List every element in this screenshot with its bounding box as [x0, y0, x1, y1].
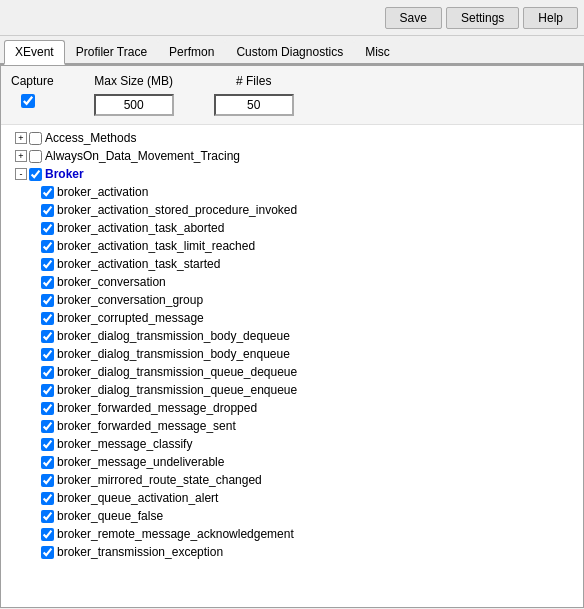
tree-checkbox-broker_queue_false[interactable]	[41, 510, 54, 523]
save-button[interactable]: Save	[385, 7, 442, 29]
maxsize-label: Max Size (MB)	[94, 74, 173, 88]
tree-checkbox-broker_message_classify[interactable]	[41, 438, 54, 451]
tree-checkbox-broker_remote_message_acknowledgement[interactable]	[41, 528, 54, 541]
tree-checkbox-broker_activation_task_started[interactable]	[41, 258, 54, 271]
tree-checkbox-broker_message_undeliverable[interactable]	[41, 456, 54, 469]
files-input[interactable]	[214, 94, 294, 116]
tree-label-broker_dialog_transmission_queue_dequeue: broker_dialog_transmission_queue_dequeue	[57, 364, 297, 380]
tree-row: broker_conversation_group	[1, 291, 583, 309]
expand-icon[interactable]: +	[15, 150, 27, 162]
tree-row: broker_dialog_transmission_queue_dequeue	[1, 363, 583, 381]
tree-checkbox-broker_queue_activation_alert[interactable]	[41, 492, 54, 505]
maxsize-input[interactable]	[94, 94, 174, 116]
toolbar: Save Settings Help	[0, 0, 584, 36]
tree-label-broker_dialog_transmission_body_dequeue: broker_dialog_transmission_body_dequeue	[57, 328, 290, 344]
expand-icon[interactable]: +	[15, 132, 27, 144]
tree-label-broker_corrupted_message: broker_corrupted_message	[57, 310, 204, 326]
tree-label-alwayson: AlwaysOn_Data_Movement_Tracing	[45, 148, 240, 164]
tree-label-broker_forwarded_message_sent: broker_forwarded_message_sent	[57, 418, 236, 434]
tree-row: +AlwaysOn_Data_Movement_Tracing	[1, 147, 583, 165]
tree-label-broker_mirrored_route_state_changed: broker_mirrored_route_state_changed	[57, 472, 262, 488]
tree-label-broker_activation: broker_activation	[57, 184, 148, 200]
tree-row: broker_activation_task_limit_reached	[1, 237, 583, 255]
tree-row: broker_conversation	[1, 273, 583, 291]
tree-label-broker_transmission_exception: broker_transmission_exception	[57, 544, 223, 560]
tree-checkbox-broker_transmission_exception[interactable]	[41, 546, 54, 559]
help-button[interactable]: Help	[523, 7, 578, 29]
tree-label-broker_activation_stored_procedure_invoked: broker_activation_stored_procedure_invok…	[57, 202, 297, 218]
files-label: # Files	[236, 74, 271, 88]
tab-profiler-trace[interactable]: Profiler Trace	[65, 40, 158, 63]
tree-row: broker_message_classify	[1, 435, 583, 453]
main-content: Capture Max Size (MB) # Files +Access_Me…	[0, 65, 584, 608]
tree-row: broker_activation	[1, 183, 583, 201]
tree-label-access_methods: Access_Methods	[45, 130, 136, 146]
expand-icon[interactable]: -	[15, 168, 27, 180]
tab-xevent[interactable]: XEvent	[4, 40, 65, 65]
tree-row: broker_dialog_transmission_body_dequeue	[1, 327, 583, 345]
tree-row: broker_remote_message_acknowledgement	[1, 525, 583, 543]
tree-checkbox-access_methods[interactable]	[29, 132, 42, 145]
tree-row: broker_queue_false	[1, 507, 583, 525]
tree-label-broker_message_classify: broker_message_classify	[57, 436, 192, 452]
tree-row: broker_queue_activation_alert	[1, 489, 583, 507]
tree-label-broker_activation_task_started: broker_activation_task_started	[57, 256, 220, 272]
tree-checkbox-broker_activation_task_limit_reached[interactable]	[41, 240, 54, 253]
tree-label-broker_conversation_group: broker_conversation_group	[57, 292, 203, 308]
tree-label-broker_queue_false: broker_queue_false	[57, 508, 163, 524]
tab-perfmon[interactable]: Perfmon	[158, 40, 225, 63]
maxsize-group: Max Size (MB)	[94, 74, 174, 116]
tree-checkbox-broker_forwarded_message_sent[interactable]	[41, 420, 54, 433]
tree-row: broker_forwarded_message_dropped	[1, 399, 583, 417]
tree-checkbox-broker_activation_stored_procedure_invoked[interactable]	[41, 204, 54, 217]
tree-label-broker_conversation: broker_conversation	[57, 274, 166, 290]
tree-row: broker_forwarded_message_sent	[1, 417, 583, 435]
tree-label-broker_message_undeliverable: broker_message_undeliverable	[57, 454, 224, 470]
capture-row: Capture Max Size (MB) # Files	[1, 66, 583, 125]
tree-row: broker_activation_task_aborted	[1, 219, 583, 237]
tree-checkbox-broker_activation[interactable]	[41, 186, 54, 199]
files-group: # Files	[214, 74, 294, 116]
tree-row: broker_activation_stored_procedure_invok…	[1, 201, 583, 219]
tree-area[interactable]: +Access_Methods+AlwaysOn_Data_Movement_T…	[1, 125, 583, 607]
tree-label-broker_forwarded_message_dropped: broker_forwarded_message_dropped	[57, 400, 257, 416]
tree-label-broker_dialog_transmission_body_enqueue: broker_dialog_transmission_body_enqueue	[57, 346, 290, 362]
tree-label-broker_activation_task_aborted: broker_activation_task_aborted	[57, 220, 224, 236]
tree-row: broker_dialog_transmission_queue_enqueue	[1, 381, 583, 399]
tree-row: broker_message_undeliverable	[1, 453, 583, 471]
tree-label-broker_dialog_transmission_queue_enqueue: broker_dialog_transmission_queue_enqueue	[57, 382, 297, 398]
tree-label-broker_queue_activation_alert: broker_queue_activation_alert	[57, 490, 218, 506]
tree-row: broker_dialog_transmission_body_enqueue	[1, 345, 583, 363]
tree-checkbox-broker_mirrored_route_state_changed[interactable]	[41, 474, 54, 487]
tab-misc[interactable]: Misc	[354, 40, 401, 63]
tree-row: broker_corrupted_message	[1, 309, 583, 327]
capture-group: Capture	[11, 74, 54, 108]
tree-checkbox-broker_dialog_transmission_body_dequeue[interactable]	[41, 330, 54, 343]
capture-label: Capture	[11, 74, 54, 88]
tree-label-broker_activation_task_limit_reached: broker_activation_task_limit_reached	[57, 238, 255, 254]
tab-bar: XEvent Profiler Trace Perfmon Custom Dia…	[0, 36, 584, 65]
capture-checkbox[interactable]	[21, 94, 35, 108]
tree-checkbox-broker_forwarded_message_dropped[interactable]	[41, 402, 54, 415]
tree-label-broker: Broker	[45, 166, 84, 182]
tree-checkbox-broker_activation_task_aborted[interactable]	[41, 222, 54, 235]
tree-checkbox-broker_conversation_group[interactable]	[41, 294, 54, 307]
tree-row: broker_transmission_exception	[1, 543, 583, 561]
tree-checkbox-broker[interactable]	[29, 168, 42, 181]
tree-checkbox-broker_corrupted_message[interactable]	[41, 312, 54, 325]
tab-custom-diagnostics[interactable]: Custom Diagnostics	[225, 40, 354, 63]
tree-label-broker_remote_message_acknowledgement: broker_remote_message_acknowledgement	[57, 526, 294, 542]
tree-row: broker_activation_task_started	[1, 255, 583, 273]
tree-checkbox-broker_conversation[interactable]	[41, 276, 54, 289]
tree-checkbox-broker_dialog_transmission_body_enqueue[interactable]	[41, 348, 54, 361]
tree-row: +Access_Methods	[1, 129, 583, 147]
tree-row: broker_mirrored_route_state_changed	[1, 471, 583, 489]
tree-checkbox-broker_dialog_transmission_queue_enqueue[interactable]	[41, 384, 54, 397]
tree-row: -Broker	[1, 165, 583, 183]
settings-button[interactable]: Settings	[446, 7, 519, 29]
tree-checkbox-alwayson[interactable]	[29, 150, 42, 163]
tree-checkbox-broker_dialog_transmission_queue_dequeue[interactable]	[41, 366, 54, 379]
